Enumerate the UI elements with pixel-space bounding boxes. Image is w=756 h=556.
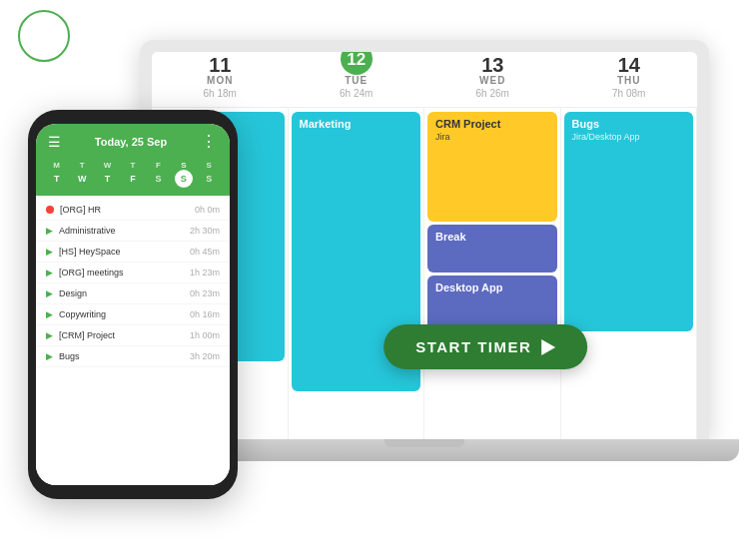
- cal-event-bugs-sub: Jira/Desktop App: [572, 132, 686, 142]
- item-label-admin: Administrative: [59, 226, 184, 236]
- phone: ☰ Today, 25 Sep ⋮ M T T W W T T F F: [28, 110, 238, 499]
- week-day-m[interactable]: M T: [48, 161, 66, 188]
- item-label-heyspace: [HS] HeySpace: [59, 247, 184, 257]
- item-label-hr: [ORG] HR: [60, 205, 189, 215]
- phone-week-row: M T T W W T T F F S S S: [36, 157, 230, 196]
- cal-col-mon: 11 MON 6h 18m: [152, 52, 289, 103]
- cal-event-break: Break: [427, 225, 557, 273]
- cal-event-crm: CRM Project Jira: [427, 112, 557, 222]
- item-label-crm: [CRM] Project: [59, 330, 184, 340]
- play-icon-admin: ▶: [46, 226, 53, 236]
- item-dot-hr: [46, 206, 54, 214]
- item-time-copywriting: 0h 16m: [190, 309, 220, 319]
- week-day-t1[interactable]: T W: [73, 161, 91, 188]
- item-label-design: Design: [59, 288, 184, 298]
- cal-dayname-tue: TUE: [345, 75, 368, 86]
- play-icon-crm: ▶: [46, 330, 53, 340]
- cal-day-12: 12: [341, 52, 373, 75]
- cal-col-wed: 13 WED 6h 26m: [424, 52, 561, 103]
- list-item-hr[interactable]: [ORG] HR 0h 0m: [36, 200, 230, 221]
- item-time-admin: 2h 30m: [190, 226, 220, 236]
- start-timer-button[interactable]: START TIMER: [383, 324, 587, 369]
- cal-event-bugs: Bugs Jira/Desktop App: [564, 112, 694, 331]
- list-item-bugs[interactable]: ▶ Bugs 3h 20m: [36, 346, 230, 367]
- week-day-w[interactable]: W T: [99, 161, 117, 188]
- phone-more-icon[interactable]: ⋮: [201, 132, 218, 151]
- item-time-crm: 1h 00m: [190, 330, 220, 340]
- cal-event-crm-sub: Jira: [435, 132, 549, 142]
- week-day-s1[interactable]: S S: [175, 161, 193, 188]
- cal-col-tue-body: Marketing: [289, 108, 425, 439]
- item-time-design: 0h 23m: [190, 288, 220, 298]
- week-day-f[interactable]: F S: [149, 161, 167, 188]
- phone-menu-icon[interactable]: ☰: [48, 134, 61, 150]
- cal-col-thu-body: Bugs Jira/Desktop App: [561, 108, 698, 439]
- week-day-s2[interactable]: S S: [200, 161, 218, 188]
- item-time-bugs: 3h 20m: [190, 351, 220, 361]
- list-item-meetings[interactable]: ▶ [ORG] meetings 1h 23m: [36, 263, 230, 283]
- list-item-admin[interactable]: ▶ Administrative 2h 30m: [36, 221, 230, 242]
- cal-col-tue: 12 TUE 6h 24m: [289, 52, 425, 103]
- phone-screen: ☰ Today, 25 Sep ⋮ M T T W W T T F F: [36, 124, 230, 485]
- cal-dayname-wed: WED: [479, 75, 505, 86]
- cal-dayname-thu: THU: [617, 75, 641, 86]
- cal-day-11: 11: [209, 55, 231, 75]
- play-icon-heyspace: ▶: [46, 247, 53, 257]
- phone-header-title: Today, 25 Sep: [95, 136, 167, 148]
- play-icon-bugs: ▶: [46, 351, 53, 361]
- cal-duration-wed: 6h 26m: [476, 88, 509, 99]
- item-label-bugs: Bugs: [59, 351, 184, 361]
- play-icon-meetings: ▶: [46, 268, 53, 278]
- cal-duration-tue: 6h 24m: [340, 88, 373, 99]
- phone-task-list: [ORG] HR 0h 0m ▶ Administrative 2h 30m ▶…: [36, 196, 230, 485]
- play-icon-copywriting: ▶: [46, 309, 53, 319]
- cal-duration-thu: 7h 08m: [612, 88, 645, 99]
- list-item-design[interactable]: ▶ Design 0h 23m: [36, 283, 230, 304]
- calendar-header: 11 MON 6h 18m 12 TUE 6h 24m 13 WED 6h 26…: [152, 52, 697, 108]
- list-item-copywriting[interactable]: ▶ Copywriting 0h 16m: [36, 304, 230, 325]
- play-icon-design: ▶: [46, 288, 53, 298]
- play-icon: [541, 339, 555, 355]
- cal-day-13: 13: [481, 55, 503, 75]
- item-time-hr: 0h 0m: [195, 205, 220, 215]
- item-time-heyspace: 0h 45m: [190, 247, 220, 257]
- cal-dayname-mon: MON: [207, 75, 233, 86]
- item-label-meetings: [ORG] meetings: [59, 268, 184, 278]
- list-item-crm[interactable]: ▶ [CRM] Project 1h 00m: [36, 325, 230, 346]
- start-timer-overlay[interactable]: START TIMER: [383, 324, 587, 369]
- cal-col-thu: 14 THU 7h 08m: [561, 52, 698, 103]
- cal-day-14: 14: [618, 55, 640, 75]
- cal-col-wed-body: CRM Project Jira Break Desktop App: [424, 108, 561, 439]
- decorative-circle: [18, 10, 70, 62]
- item-time-meetings: 1h 23m: [190, 268, 220, 278]
- phone-header: ☰ Today, 25 Sep ⋮: [36, 124, 230, 157]
- item-label-copywriting: Copywriting: [59, 309, 184, 319]
- start-timer-label: START TIMER: [415, 338, 531, 355]
- cal-duration-mon: 6h 18m: [204, 88, 237, 99]
- week-day-t2[interactable]: T F: [124, 161, 142, 188]
- list-item-heyspace[interactable]: ▶ [HS] HeySpace 0h 45m: [36, 242, 230, 263]
